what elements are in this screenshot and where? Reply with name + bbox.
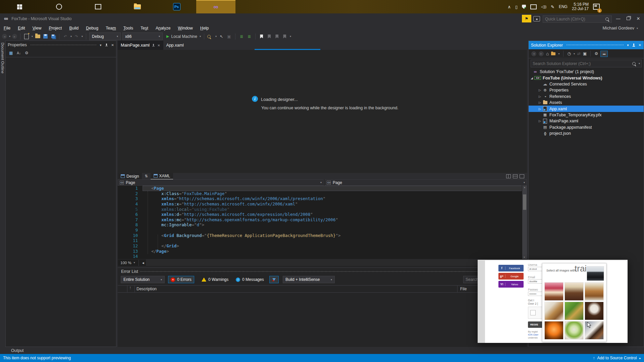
- usb-icon[interactable]: ▯: [515, 4, 518, 9]
- solution-search-input[interactable]: [531, 61, 632, 66]
- scroll-left-icon[interactable]: ◂: [142, 260, 144, 265]
- back-button[interactable]: ◂: [531, 51, 536, 56]
- description-column[interactable]: Description: [137, 287, 157, 291]
- chevron-down-icon[interactable]: ▾: [9, 35, 10, 38]
- new-project-button[interactable]: [23, 33, 30, 40]
- undo-button[interactable]: ↶: [62, 33, 68, 40]
- captcha-tile-strawberry-cake[interactable]: [544, 282, 564, 301]
- scroll-up-icon[interactable]: ▴: [524, 186, 525, 189]
- social-google-button[interactable]: g+Google: [498, 273, 524, 280]
- menu-team[interactable]: Team: [102, 25, 120, 32]
- file-column[interactable]: File: [460, 287, 467, 291]
- start-debugging-button[interactable]: ▶ Local Machine ▾: [166, 33, 201, 40]
- breadcrumb-right[interactable]: <> Page ▾: [325, 179, 527, 186]
- close-icon[interactable]: ✕: [639, 43, 641, 47]
- save-all-button[interactable]: [50, 33, 56, 40]
- captcha-tile-coffee-beans[interactable]: [585, 302, 604, 320]
- navigate-back-button[interactable]: ◂: [2, 34, 7, 39]
- scroll-down-icon[interactable]: ▾: [524, 256, 525, 259]
- design-tab[interactable]: Design: [118, 173, 142, 179]
- pin-icon[interactable]: [632, 43, 635, 47]
- scrollbar-thumb[interactable]: [523, 194, 526, 210]
- start-button[interactable]: [0, 0, 39, 13]
- save-button[interactable]: [42, 33, 48, 40]
- close-button[interactable]: ✕: [633, 13, 643, 23]
- menu-build[interactable]: Build: [66, 25, 83, 32]
- task-view-button[interactable]: [78, 0, 118, 13]
- redo-button[interactable]: ↷: [73, 33, 79, 40]
- xaml-tab[interactable]: XAML: [151, 173, 173, 180]
- errors-toggle[interactable]: ✕ 0 Errors: [168, 276, 194, 283]
- platform-dropdown[interactable]: x86 ▾: [122, 33, 163, 40]
- social-yahoo-button[interactable]: Y!Yahoo: [498, 281, 524, 288]
- copy-stack-button[interactable]: ▣: [226, 33, 232, 40]
- find-in-files-button[interactable]: [207, 33, 213, 40]
- navigate-forward-button[interactable]: ▸: [12, 34, 17, 39]
- chevron-down-icon[interactable]: ▾: [134, 261, 135, 264]
- open-file-button[interactable]: [35, 33, 41, 40]
- swap-panes-button[interactable]: ⇅: [142, 174, 150, 178]
- checkbox[interactable]: [530, 310, 536, 315]
- tree-item-connected-services[interactable]: ☁Connected Services: [529, 81, 644, 87]
- menu-tools[interactable]: Tools: [120, 25, 137, 32]
- menu-file[interactable]: File: [0, 25, 14, 32]
- tree-item-foxtube-universal-windows-[interactable]: ◢C#FoxTube (Universal Windows): [529, 75, 644, 81]
- expand-pane-icon[interactable]: [520, 174, 524, 178]
- menu-window[interactable]: Window: [174, 25, 196, 32]
- error-source-dropdown[interactable]: Build + IntelliSense ▾: [283, 276, 335, 283]
- pen-icon[interactable]: ✎: [551, 4, 554, 9]
- indent-button[interactable]: ≣: [238, 33, 245, 40]
- drag-handle[interactable]: [140, 271, 522, 273]
- tree-collapsed-arrow-icon[interactable]: ▷: [537, 101, 542, 104]
- unindent-button[interactable]: ≣: [246, 33, 252, 40]
- menu-help[interactable]: Help: [197, 25, 213, 32]
- tree-item-package-appxmanifest[interactable]: ▤Package.appxmanifest: [529, 124, 644, 130]
- navigate-selection-button[interactable]: ↖: [218, 33, 224, 40]
- tree-item-project-json[interactable]: {}project.json: [529, 130, 644, 136]
- window-menu-icon[interactable]: ▾: [100, 43, 102, 47]
- volume-icon[interactable]: ◁)): [541, 4, 546, 9]
- pin-icon[interactable]: [105, 43, 108, 47]
- menu-view[interactable]: View: [29, 25, 45, 32]
- chevron-down-icon[interactable]: ▾: [639, 62, 640, 65]
- visual-studio-button[interactable]: ∞: [196, 0, 235, 13]
- vertical-split-icon[interactable]: [506, 174, 511, 178]
- captcha-tile-orange-bowl[interactable]: [544, 321, 564, 340]
- pending-changes-icon[interactable]: ◷: [567, 51, 571, 56]
- chevron-down-icon[interactable]: ▾: [215, 35, 217, 38]
- tree-item-assets[interactable]: ▷Assets: [529, 100, 644, 106]
- chevron-down-icon[interactable]: ▾: [290, 35, 291, 38]
- minimize-button[interactable]: —: [613, 13, 623, 23]
- previous-bookmark-button[interactable]: [266, 33, 272, 40]
- fine-print-link[interactable]: IGN User: [528, 333, 543, 336]
- forward-button[interactable]: ▸: [539, 51, 544, 56]
- xaml-code-editor[interactable]: 1<Page2 x:Class="FoxTube.MainPage"3 xmln…: [118, 186, 527, 259]
- captcha-tile-salad-bowl[interactable]: [565, 321, 584, 340]
- clock[interactable]: 5:16 PM 22-Jul-17: [572, 2, 589, 11]
- tree-item-solution-foxtube-1-project-[interactable]: ∞Solution 'FoxTube' (1 project): [529, 69, 644, 75]
- categorized-icon[interactable]: ▦: [9, 51, 13, 55]
- chevron-down-icon[interactable]: ▾: [82, 35, 83, 38]
- output-tab[interactable]: Output: [11, 348, 24, 353]
- breadcrumb-left[interactable]: <> Page ▾: [118, 179, 324, 186]
- tree-collapsed-arrow-icon[interactable]: ▷: [537, 88, 542, 92]
- editor-vertical-scrollbar[interactable]: ▴ ▾: [522, 186, 527, 259]
- captcha-tile-breakfast-plate[interactable]: [544, 302, 564, 320]
- configuration-dropdown[interactable]: Debug ▾: [89, 33, 121, 40]
- menu-edit[interactable]: Edit: [14, 25, 29, 32]
- restore-button[interactable]: [623, 13, 633, 23]
- chevron-down-icon[interactable]: ▾: [558, 52, 559, 55]
- home-icon[interactable]: ⌂: [546, 51, 549, 56]
- warnings-toggle[interactable]: ! 0 Warnings: [199, 276, 231, 283]
- language-indicator[interactable]: ENG: [559, 4, 568, 9]
- next-bookmark-button[interactable]: [274, 33, 280, 40]
- tree-item-mainpage-xaml[interactable]: ▷MainPage.xaml: [529, 118, 644, 124]
- tab-app-xaml[interactable]: App.xaml: [163, 41, 187, 50]
- toggle-bookmark-button[interactable]: [259, 33, 265, 40]
- captcha-tile-pancakes[interactable]: [585, 282, 604, 301]
- social-facebook-button[interactable]: fFacebook: [498, 265, 524, 272]
- send-feedback-button[interactable]: [533, 16, 540, 21]
- chevron-down-icon[interactable]: ▾: [32, 35, 33, 38]
- captcha-tile-chicken-salad[interactable]: [565, 302, 584, 320]
- menu-test[interactable]: Test: [137, 25, 152, 32]
